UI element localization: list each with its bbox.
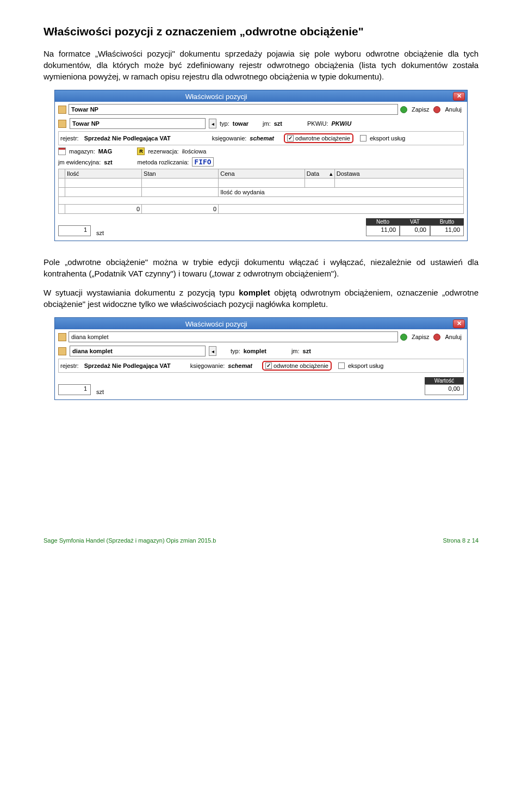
- nav-prev-icon[interactable]: ◂: [209, 119, 216, 128]
- name2-field[interactable]: Towar NP: [70, 118, 206, 129]
- eksport-uslug-checkbox[interactable]: [338, 362, 345, 369]
- pkwiu-value[interactable]: PKWiU: [332, 120, 352, 127]
- qty-unit: szt: [96, 389, 104, 395]
- paragraph-3: W sytuacji wystawiania dokumentu z pozyc…: [44, 287, 478, 310]
- save-button[interactable]: Zapisz: [412, 106, 429, 113]
- close-icon[interactable]: ✕: [453, 92, 465, 101]
- item-icon: [58, 120, 66, 128]
- item-icon: [58, 333, 66, 341]
- odwrotne-obciazenie-highlight: ✓ odwrotne obciążenie: [284, 133, 353, 143]
- eksport-uslug-label: eksport usług: [370, 135, 405, 142]
- magazyn-label: magazyn:: [69, 148, 95, 155]
- typ-label: typ:: [220, 120, 229, 127]
- odwrotne-obciazenie-label: odwrotne obciążenie: [295, 135, 350, 142]
- cancel-icon[interactable]: [433, 334, 440, 341]
- rejestr-label: rejestr:: [60, 135, 79, 142]
- footer-right: Strona 8 z 14: [443, 537, 478, 544]
- name2-field[interactable]: diana komplet: [70, 346, 206, 356]
- save-button[interactable]: Zapisz: [412, 334, 429, 340]
- ksiegowanie-value[interactable]: schemat: [228, 362, 252, 369]
- rejestr-value[interactable]: Sprzedaż Nie Podlegająca VAT: [84, 135, 171, 142]
- qty-unit: szt: [96, 230, 104, 236]
- jm-value: szt: [303, 348, 311, 354]
- heading: Właściwości pozycji z oznaczeniem „odwro…: [44, 25, 478, 38]
- rezerwacja-label: rezerwacja:: [148, 148, 178, 155]
- cancel-icon[interactable]: [433, 106, 440, 113]
- qty-field[interactable]: 1: [58, 384, 91, 395]
- ksiegowanie-label: księgowanie:: [212, 135, 247, 142]
- jmewid-label: jm ewidencyjna:: [58, 159, 101, 165]
- th-ilosc: Ilość: [65, 169, 142, 179]
- dialog-wlasciwosci-1: Właściwości pozycji ✕ Towar NP Zapisz An…: [54, 90, 468, 241]
- table-row: Ilość do wydania: [59, 188, 464, 197]
- titlebar: Właściwości pozycji ✕: [55, 318, 467, 329]
- paragraph-1: Na formatce „Właściwości pozycji" dokume…: [44, 48, 478, 82]
- value-netto: 11,00: [366, 225, 400, 236]
- jm-label: jm:: [263, 120, 271, 127]
- magazyn-icon: [58, 147, 66, 155]
- odwrotne-obciazenie-checkbox[interactable]: ✓: [265, 362, 272, 369]
- qty-field[interactable]: 1: [58, 225, 91, 236]
- pin-icon: [57, 91, 64, 99]
- ksiegowanie-value[interactable]: schemat: [250, 135, 274, 142]
- typ-value: komplet: [244, 348, 266, 354]
- footer-left: Sage Symfonia Handel (Sprzedaż i magazyn…: [44, 537, 216, 544]
- jm-label: jm:: [291, 348, 300, 354]
- metoda-value: FIFO: [192, 157, 213, 167]
- odwrotne-obciazenie-highlight: ✓ odwrotne obciążenie: [262, 361, 332, 371]
- header-vat: VAT: [400, 218, 430, 225]
- metoda-label: metoda rozliczania:: [138, 159, 189, 165]
- name-field[interactable]: diana komplet: [69, 331, 398, 342]
- typ-value: towar: [233, 120, 248, 127]
- th-dostawa: Dostawa: [334, 169, 463, 179]
- stock-table: Ilość Stan Cena Data ▴ Dostawa Ilość do …: [58, 169, 464, 214]
- window-title: Właściwości pozycji: [185, 93, 247, 101]
- item-icon: [58, 347, 66, 355]
- odwrotne-obciazenie-label: odwrotne obciążenie: [274, 362, 328, 369]
- name-field[interactable]: Towar NP: [69, 104, 398, 115]
- rezerwacja-icon: R: [137, 147, 145, 155]
- table-sum-row: 00: [59, 205, 464, 214]
- header-wartosc: Wartość: [425, 377, 464, 384]
- ksiegowanie-label: księgowanie:: [190, 362, 225, 369]
- pin-icon: [57, 319, 64, 327]
- table-row[interactable]: [59, 179, 464, 188]
- jm-value: szt: [274, 120, 282, 127]
- cancel-button[interactable]: Anuluj: [445, 106, 462, 113]
- dialog-wlasciwosci-2: Właściwości pozycji ✕ diana komplet Zapi…: [54, 317, 468, 400]
- titlebar: Właściwości pozycji ✕: [55, 90, 467, 102]
- window-title: Właściwości pozycji: [185, 320, 247, 328]
- page-footer: Sage Symfonia Handel (Sprzedaż i magazyn…: [0, 530, 522, 548]
- eksport-uslug-label: eksport usług: [348, 362, 383, 369]
- rejestr-value[interactable]: Sprzedaż Nie Podlegająca VAT: [84, 362, 171, 369]
- ok-icon[interactable]: [400, 106, 407, 113]
- eksport-uslug-checkbox[interactable]: [360, 135, 366, 142]
- header-netto: Netto: [366, 218, 400, 225]
- value-brutto: 11,00: [430, 225, 464, 236]
- nav-prev-icon[interactable]: ◂: [209, 346, 216, 356]
- odwrotne-obciazenie-checkbox[interactable]: ✓: [287, 135, 294, 142]
- close-icon[interactable]: ✕: [453, 319, 465, 328]
- th-data: Data ▴: [304, 169, 334, 179]
- rezerwacja-value: ilościowa: [182, 148, 207, 155]
- table-row: [59, 197, 464, 205]
- typ-label: typ:: [231, 348, 240, 354]
- ok-icon[interactable]: [400, 334, 407, 341]
- jmewid-value: szt: [104, 159, 112, 165]
- item-icon: [58, 106, 66, 114]
- th-stan: Stan: [142, 169, 219, 179]
- value-vat: 0,00: [400, 225, 430, 236]
- header-brutto: Brutto: [430, 218, 464, 225]
- cancel-button[interactable]: Anuluj: [445, 334, 462, 340]
- paragraph-2: Pole „odwrotne obciążenie" można w trybi…: [44, 256, 478, 279]
- value-wartosc: 0,00: [425, 384, 464, 395]
- magazyn-value[interactable]: MAG: [98, 148, 113, 155]
- rejestr-label: rejestr:: [60, 362, 79, 369]
- th-cena: Cena: [219, 169, 305, 179]
- pkwiu-label: PKWiU:: [307, 120, 328, 127]
